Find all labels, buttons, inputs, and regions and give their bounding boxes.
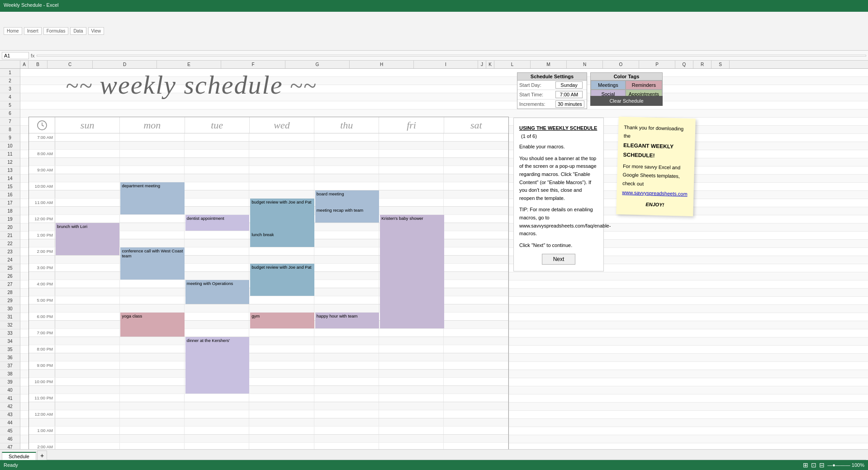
ribbon-insert[interactable]: Insert (24, 27, 42, 35)
day-cell[interactable] (444, 272, 508, 280)
day-cell[interactable] (444, 264, 508, 271)
day-cell[interactable] (55, 321, 120, 328)
start-day-value[interactable]: Sunday (555, 81, 583, 89)
day-cell[interactable] (249, 304, 314, 312)
day-cell[interactable] (55, 256, 120, 263)
day-cell[interactable] (314, 247, 379, 255)
day-cell[interactable] (249, 435, 314, 442)
day-cell[interactable] (120, 304, 185, 312)
day-cell[interactable] (55, 402, 120, 410)
day-cell[interactable] (120, 353, 185, 361)
day-cell[interactable] (55, 158, 120, 166)
day-cell[interactable] (314, 361, 379, 369)
name-box[interactable]: A1 (2, 52, 29, 59)
day-cell[interactable] (249, 370, 314, 377)
day-cell[interactable] (379, 166, 444, 174)
day-cell[interactable] (120, 150, 185, 157)
day-cell[interactable] (185, 304, 249, 312)
day-cell[interactable] (444, 207, 508, 214)
ribbon-view[interactable]: View (88, 27, 104, 35)
day-cell[interactable] (55, 378, 120, 385)
day-cell[interactable] (185, 394, 249, 402)
day-cell[interactable] (120, 402, 185, 410)
day-cell[interactable] (249, 182, 314, 190)
day-cell[interactable] (249, 256, 314, 263)
day-cell[interactable] (185, 435, 249, 442)
day-cell[interactable] (444, 190, 508, 198)
day-cell[interactable] (444, 361, 508, 369)
day-cell[interactable] (249, 190, 314, 198)
ribbon-home[interactable]: Home (4, 27, 22, 35)
day-cell[interactable] (55, 370, 120, 377)
day-cell[interactable] (379, 133, 444, 141)
day-cell[interactable] (314, 370, 379, 377)
day-cell[interactable] (379, 410, 444, 418)
day-cell[interactable] (444, 142, 508, 149)
day-cell[interactable] (55, 337, 120, 345)
day-cell[interactable] (444, 199, 508, 206)
day-cell[interactable] (55, 174, 120, 182)
day-cell[interactable] (444, 215, 508, 223)
day-cell[interactable] (120, 174, 185, 182)
day-cell[interactable] (185, 313, 249, 320)
day-cell[interactable] (55, 386, 120, 394)
day-cell[interactable] (55, 329, 120, 337)
day-cell[interactable] (249, 345, 314, 353)
day-cell[interactable] (314, 150, 379, 157)
calendar-event[interactable]: yoga class (120, 313, 184, 337)
day-cell[interactable] (444, 231, 508, 239)
day-cell[interactable] (379, 345, 444, 353)
day-cell[interactable] (444, 150, 508, 157)
day-cell[interactable] (55, 304, 120, 312)
day-cell[interactable] (185, 239, 249, 247)
day-cell[interactable] (314, 158, 379, 166)
day-cell[interactable] (314, 166, 379, 174)
day-cell[interactable] (249, 296, 314, 304)
day-cell[interactable] (120, 239, 185, 247)
formula-bar[interactable] (37, 55, 866, 57)
day-cell[interactable] (249, 174, 314, 182)
day-cell[interactable] (55, 288, 120, 296)
day-cell[interactable] (444, 304, 508, 312)
day-cell[interactable] (444, 435, 508, 442)
day-cell[interactable] (55, 313, 120, 320)
day-cell[interactable] (55, 142, 120, 149)
day-cell[interactable] (120, 166, 185, 174)
day-cell[interactable] (249, 329, 314, 337)
day-cell[interactable] (314, 353, 379, 361)
day-cell[interactable] (314, 264, 379, 271)
add-sheet-button[interactable]: + (37, 451, 47, 460)
day-cell[interactable] (249, 133, 314, 141)
day-cell[interactable] (55, 272, 120, 280)
day-cell[interactable] (55, 394, 120, 402)
day-cell[interactable] (314, 329, 379, 337)
day-cell[interactable] (120, 378, 185, 385)
day-cell[interactable] (444, 166, 508, 174)
day-cell[interactable] (379, 394, 444, 402)
day-cell[interactable] (249, 158, 314, 166)
day-cell[interactable] (444, 256, 508, 263)
day-cell[interactable] (120, 288, 185, 296)
day-cell[interactable] (55, 264, 120, 271)
day-cell[interactable] (444, 337, 508, 345)
day-cell[interactable] (314, 223, 379, 231)
day-cell[interactable] (55, 353, 120, 361)
day-cell[interactable] (185, 329, 249, 337)
day-cell[interactable] (444, 182, 508, 190)
day-cell[interactable] (314, 304, 379, 312)
day-cell[interactable] (314, 256, 379, 263)
day-cell[interactable] (444, 288, 508, 296)
day-cell[interactable] (379, 190, 444, 198)
day-cell[interactable] (444, 296, 508, 304)
calendar-event[interactable]: happy hour with team (315, 313, 379, 328)
day-cell[interactable] (314, 239, 379, 247)
day-cell[interactable] (314, 418, 379, 426)
day-cell[interactable] (120, 361, 185, 369)
day-cell[interactable] (55, 443, 120, 449)
day-cell[interactable] (120, 133, 185, 141)
day-cell[interactable] (314, 337, 379, 345)
day-cell[interactable] (444, 418, 508, 426)
sheet-tab-schedule[interactable]: Schedule (2, 452, 36, 460)
day-cell[interactable] (314, 427, 379, 434)
day-cell[interactable] (55, 418, 120, 426)
